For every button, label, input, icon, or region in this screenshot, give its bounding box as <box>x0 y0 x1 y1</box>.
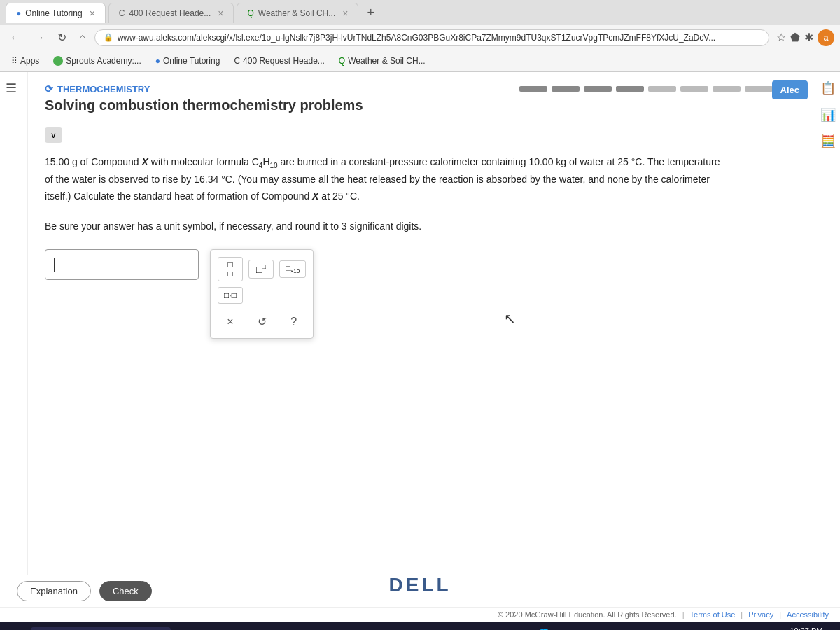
terms-link[interactable]: Terms of Use <box>690 610 736 619</box>
multiply-btn[interactable]: □·□ <box>218 287 243 304</box>
footer-sep-2: | <box>741 610 743 619</box>
taskbar-explorer[interactable]: 📁 <box>384 623 410 630</box>
taskbar-timer[interactable]: ⏱ <box>590 623 615 630</box>
privacy-link[interactable]: Privacy <box>748 610 774 619</box>
forward-button[interactable]: → <box>29 29 49 47</box>
taskbar-edge[interactable]: e <box>326 623 351 630</box>
taskbar-globe[interactable]: 🌐 <box>531 623 556 630</box>
taskbar-people[interactable]: 👥 <box>620 623 645 630</box>
right-sidebar: 📋 📊 🧮 <box>815 72 840 575</box>
weather-favicon: Q <box>339 56 345 66</box>
explanation-button[interactable]: Explanation <box>17 581 91 601</box>
weather-bookmark[interactable]: Q Weather & Soil CH... <box>333 54 431 68</box>
tab-favicon-2: C <box>119 8 125 18</box>
prog-seg-8 <box>745 86 773 92</box>
tab-400-request[interactable]: C 400 Request Heade... × <box>108 3 234 23</box>
answer-input[interactable] <box>45 249 199 280</box>
url-text: www-awu.aleks.com/alekscgi/x/lsl.exe/1o_… <box>118 33 760 43</box>
calculator-icon[interactable]: 🧮 <box>820 134 836 149</box>
bookmarks-bar: ⠿ Apps Sprouts Academy:... ● Online Tuto… <box>0 50 840 71</box>
weather-label: Weather & Soil CH... <box>348 56 425 66</box>
superscript-btn[interactable]: □□ <box>248 260 274 279</box>
online-tutoring-bookmark[interactable]: ● Online Tutoring <box>150 54 226 68</box>
taskbar-bell[interactable]: 🔔 <box>561 623 586 630</box>
profile-icon[interactable]: a <box>818 29 834 46</box>
prog-seg-6 <box>680 86 708 92</box>
back-button[interactable]: ← <box>6 29 25 47</box>
ot-label: Online Tutoring <box>163 56 220 66</box>
math-toolbar-row-1: □□ □□ □×10 <box>218 257 306 281</box>
section-text: THERMOCHEMISTRY <box>57 84 150 94</box>
taskbar-7[interactable]: 7 <box>443 623 468 630</box>
prog-seg-1 <box>519 86 547 92</box>
taskbar-right-area: ∧ 📶 🔊 10:37 PM 10/12/202 □ <box>741 626 834 630</box>
star-icon[interactable]: ☆ <box>776 31 786 44</box>
accessibility-link[interactable]: Accessibility <box>787 610 829 619</box>
sidebar-toggle-btn[interactable]: ☰ <box>0 72 28 575</box>
prob-text-3: itself.) Calculate the standard heat of … <box>45 190 312 202</box>
cursor-arrow: ↖ <box>504 310 516 327</box>
problem-line-3: itself.) Calculate the standard heat of … <box>45 188 798 205</box>
taskbar-search-box[interactable]: 🔍 Type here to search <box>31 627 171 630</box>
tab-label: Online Tutoring <box>25 8 82 18</box>
sprouts-bookmark[interactable]: Sprouts Academy:... <box>48 54 146 68</box>
check-label: Check <box>113 586 139 596</box>
extension-icon-1[interactable]: ⬟ <box>790 31 800 44</box>
check-button[interactable]: Check <box>99 581 152 601</box>
tab-close-icon[interactable]: × <box>90 8 95 19</box>
collapse-chevron[interactable]: ∨ <box>45 127 62 143</box>
start-button[interactable]: ⊞ <box>6 624 28 630</box>
apps-grid-icon: ⠿ <box>11 56 18 66</box>
apps-bookmark[interactable]: ⠿ Apps <box>6 54 45 68</box>
taskbar-mail[interactable]: ✉ <box>414 623 439 630</box>
tab-bar: ● Online Tutoring × C 400 Request Heade.… <box>0 0 840 25</box>
home-button[interactable]: ⌂ <box>75 29 90 47</box>
instruction-text: Be sure your answer has a unit symbol, i… <box>45 218 798 235</box>
accessibility-text: Accessibility <box>787 610 829 619</box>
taskbar: ⊞ 🔍 Type here to search ○ ⧉ e C 📁 ✉ 7 G … <box>0 622 840 630</box>
taskbar-g[interactable]: G <box>472 623 498 630</box>
page-title: Solving combustion thermochemistry probl… <box>45 97 798 113</box>
taskbar-cortana[interactable]: ○ <box>267 623 292 630</box>
tab-weather[interactable]: Q Weather & Soil CH... × <box>237 3 358 23</box>
dell-brand: DELL <box>388 574 451 596</box>
prog-seg-2 <box>552 86 580 92</box>
new-tab-btn[interactable]: + <box>361 6 380 20</box>
undo-btn[interactable]: ↺ <box>253 312 271 331</box>
fraction-btn[interactable]: □□ <box>218 257 243 281</box>
taskbar-chrome[interactable]: C <box>355 623 380 630</box>
chart-icon[interactable]: 📊 <box>820 107 836 122</box>
taskbar-time: 10:37 PM <box>789 626 823 630</box>
taskbar-clock[interactable]: 10:37 PM 10/12/202 <box>789 626 823 630</box>
request-bookmark[interactable]: C 400 Request Heade... <box>228 54 330 68</box>
taskbar-task-view[interactable]: ⧉ <box>296 623 321 630</box>
help-btn[interactable]: ? <box>286 313 301 331</box>
sci-notation-btn[interactable]: □×10 <box>279 260 306 278</box>
tab-favicon-3: Q <box>247 8 253 18</box>
problem-line-2: of the water is observed to rise by 16.3… <box>45 172 798 188</box>
prob-text-4: at 25 °C. <box>318 190 360 202</box>
tab-close-icon-2[interactable]: × <box>218 8 223 19</box>
answer-input-container <box>45 249 199 280</box>
prog-seg-7 <box>713 86 741 92</box>
tab-label-2: 400 Request Heade... <box>130 8 211 18</box>
terms-text: Terms of Use <box>690 610 736 619</box>
tab-online-tutoring[interactable]: ● Online Tutoring × <box>6 3 106 23</box>
taskbar-w[interactable]: W <box>502 623 527 630</box>
extension-icon-2[interactable]: ✱ <box>804 31 813 44</box>
prog-seg-5 <box>648 86 676 92</box>
user-name: Alec <box>780 85 799 95</box>
user-badge: Alec <box>772 80 808 99</box>
problem-area: Alec ⟳ THERMOCHEMISTRY Solving combustio… <box>28 72 815 575</box>
main-content: ☰ Alec ⟳ THERMOCHEMISTRY Solving combust… <box>0 72 840 575</box>
tab-favicon: ● <box>16 8 21 18</box>
req-favicon: C <box>234 56 240 66</box>
clear-btn[interactable]: × <box>223 313 237 331</box>
math-action-row: × ↺ ? <box>218 312 306 331</box>
math-toolbar-row-2: □·□ <box>218 287 306 304</box>
tab-close-icon-3[interactable]: × <box>342 8 348 19</box>
prob-text-1: 15.00 g of Compound <box>45 156 142 167</box>
address-bar[interactable]: 🔒 www-awu.aleks.com/alekscgi/x/lsl.exe/1… <box>94 29 769 46</box>
notebook-icon[interactable]: 📋 <box>820 80 836 96</box>
refresh-button[interactable]: ↻ <box>53 28 71 47</box>
